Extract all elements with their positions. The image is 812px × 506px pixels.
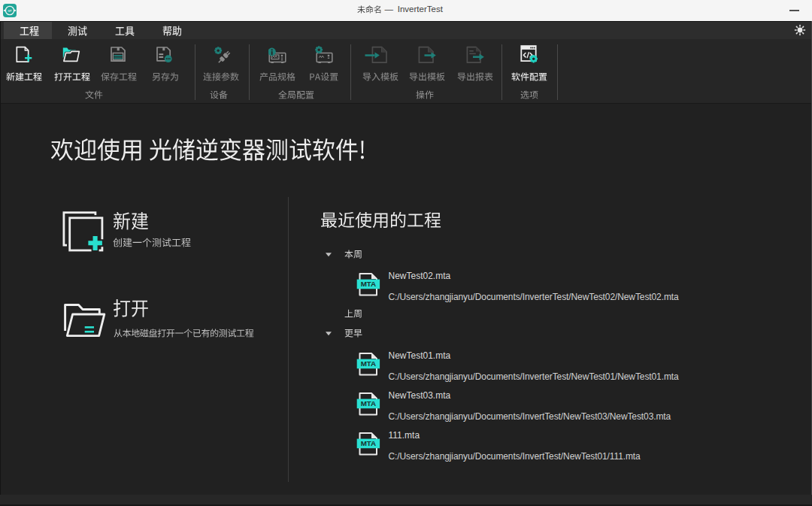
svg-text:MTA: MTA [361, 280, 377, 289]
svg-text:MTA: MTA [361, 400, 377, 408]
svg-text:MTA: MTA [361, 440, 377, 448]
svg-text:MTA: MTA [361, 360, 377, 368]
svg-text:IVT: IVT [8, 10, 12, 13]
